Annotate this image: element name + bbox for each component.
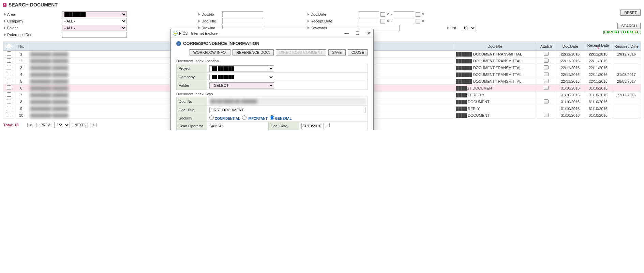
security-important[interactable]: IMPORTANT <box>242 117 267 121</box>
row-checkbox[interactable] <box>7 106 11 110</box>
row-required: 28/03/2017 <box>612 78 641 85</box>
loc-section-label: Document Index Location <box>176 59 368 63</box>
row-no: 2 <box>15 58 28 64</box>
attach-icon[interactable] <box>544 99 549 103</box>
calendar-icon[interactable] <box>380 12 385 17</box>
project-select[interactable]: ██ ██████ <box>209 65 274 71</box>
calendar-icon[interactable] <box>380 19 385 23</box>
docno-input[interactable] <box>222 11 263 17</box>
row-checkbox[interactable] <box>7 113 11 117</box>
row-checkbox[interactable] <box>7 72 11 76</box>
row-docdate: 31/10/2016 <box>556 105 584 112</box>
attach-icon[interactable] <box>544 113 549 117</box>
maximize-icon[interactable]: ☐ <box>355 31 360 36</box>
list-select[interactable]: 10 <box>461 25 476 31</box>
row-attach[interactable] <box>536 64 556 71</box>
row-title: ██████ DOCUMENT TRANSMITTAL <box>454 58 536 64</box>
correspondence-modal: PICS - Internet Explorer — ☐ ✕ – CORRESP… <box>170 29 374 130</box>
row-no: 5 <box>15 78 28 85</box>
company-select[interactable]: - ALL - <box>62 18 127 24</box>
row-docdate: 31/10/2016 <box>556 85 584 92</box>
modal-heading-text: CORRESPONDENCE INFORMATION <box>183 41 259 46</box>
workflow-button[interactable]: WORKFLOW INFO. <box>190 49 230 55</box>
attach-icon[interactable] <box>544 72 549 76</box>
docno-label: Doc. No <box>177 97 207 106</box>
row-checkbox[interactable] <box>7 51 11 56</box>
page-select[interactable]: 1/2 <box>54 122 70 128</box>
select-all-checkbox[interactable] <box>7 44 11 48</box>
col-attach[interactable]: Attatch <box>536 42 556 51</box>
folder-select[interactable]: - ALL - <box>62 25 127 31</box>
clear-icon[interactable]: × <box>387 12 389 17</box>
receiptdate-to-input[interactable] <box>394 18 414 24</box>
col-docdate[interactable]: Doc.Date <box>556 42 584 51</box>
row-attach[interactable] <box>536 112 556 119</box>
clear-icon[interactable]: × <box>422 12 424 17</box>
col-required[interactable]: Required Date <box>612 42 641 51</box>
calendar-icon[interactable] <box>325 123 330 127</box>
attach-icon[interactable] <box>544 86 549 90</box>
docdate-field[interactable] <box>301 123 324 129</box>
security-general[interactable]: GENERAL <box>270 117 292 121</box>
row-attach[interactable] <box>536 58 556 64</box>
row-checkbox[interactable] <box>7 85 11 90</box>
prev-page-button[interactable]: ‹ PREV <box>36 123 52 127</box>
row-docdate: 22/11/2016 <box>556 64 584 71</box>
row-attach[interactable] <box>536 78 556 85</box>
next-page-button[interactable]: NEXT › <box>72 123 88 127</box>
last-page-button[interactable]: » <box>90 123 97 127</box>
clear-icon[interactable]: × <box>387 19 389 23</box>
doctitle-field[interactable] <box>209 107 365 113</box>
company-select-modal[interactable]: ██ ██████ <box>209 74 274 80</box>
row-attach[interactable] <box>536 51 556 58</box>
reference-doc-button[interactable]: REFERENCE DOC. <box>233 49 273 55</box>
close-icon[interactable]: ✕ <box>366 31 371 36</box>
row-checkbox[interactable] <box>7 99 11 103</box>
window-title: PICS - Internet Explorer <box>179 31 219 35</box>
area-select[interactable]: ████████ <box>62 11 127 17</box>
attach-icon[interactable] <box>544 79 549 83</box>
modal-titlebar[interactable]: PICS - Internet Explorer — ☐ ✕ <box>171 29 373 37</box>
row-title: ██████ DOCUMENT TRANSMITTAL <box>454 64 536 71</box>
save-button[interactable]: SAVE <box>328 49 346 55</box>
clear-icon[interactable]: × <box>422 19 424 23</box>
security-confidential[interactable]: CONFIDENTIAL <box>209 117 240 121</box>
collapse-icon[interactable]: – <box>176 41 181 46</box>
attach-icon[interactable] <box>544 65 549 69</box>
row-attach[interactable] <box>536 85 556 92</box>
row-attach[interactable] <box>536 105 556 112</box>
docdate-to-input[interactable] <box>394 11 414 17</box>
minimize-icon[interactable]: — <box>344 31 349 36</box>
row-checkbox[interactable] <box>7 65 11 69</box>
doctitle-input[interactable] <box>222 18 263 24</box>
receiptdate-from-input[interactable] <box>359 18 379 24</box>
col-receipt[interactable]: Receipt Date▼ <box>584 42 612 51</box>
col-doctitle[interactable]: Doc.Title <box>454 42 536 51</box>
row-docdate: 31/10/2016 <box>556 92 584 98</box>
row-required: 19/12/2016 <box>612 51 641 58</box>
row-checkbox[interactable] <box>7 58 11 63</box>
close-button[interactable]: CLOSE <box>348 49 368 55</box>
col-no[interactable]: No. <box>15 42 28 51</box>
row-attach[interactable] <box>536 71 556 78</box>
calendar-icon[interactable] <box>416 12 420 17</box>
attach-icon[interactable] <box>544 59 549 63</box>
calendar-icon[interactable] <box>416 19 420 23</box>
reset-button[interactable]: RESET <box>620 10 641 16</box>
folder-select-modal[interactable]: - SELECT - <box>209 82 274 89</box>
row-docdate: 22/11/2016 <box>556 78 584 85</box>
row-attach[interactable] <box>536 92 556 98</box>
refdoc-input[interactable] <box>62 32 127 38</box>
total-count: Total: 18 <box>3 123 18 127</box>
first-page-button[interactable]: « <box>27 123 34 127</box>
search-button[interactable]: SEARCH <box>617 23 641 29</box>
export-excel-link[interactable]: [EXPORT TO EXCEL] <box>603 30 641 34</box>
tilde: ~ <box>390 19 392 23</box>
row-title: ██████ DOCUMENT TRANSMITTAL <box>454 51 536 58</box>
row-attach[interactable] <box>536 98 556 105</box>
row-checkbox[interactable] <box>7 92 11 97</box>
attach-icon[interactable] <box>544 52 549 56</box>
row-checkbox[interactable] <box>7 79 11 83</box>
row-title: ████ DOCUMENT <box>454 112 536 119</box>
docdate-from-input[interactable] <box>359 11 379 17</box>
